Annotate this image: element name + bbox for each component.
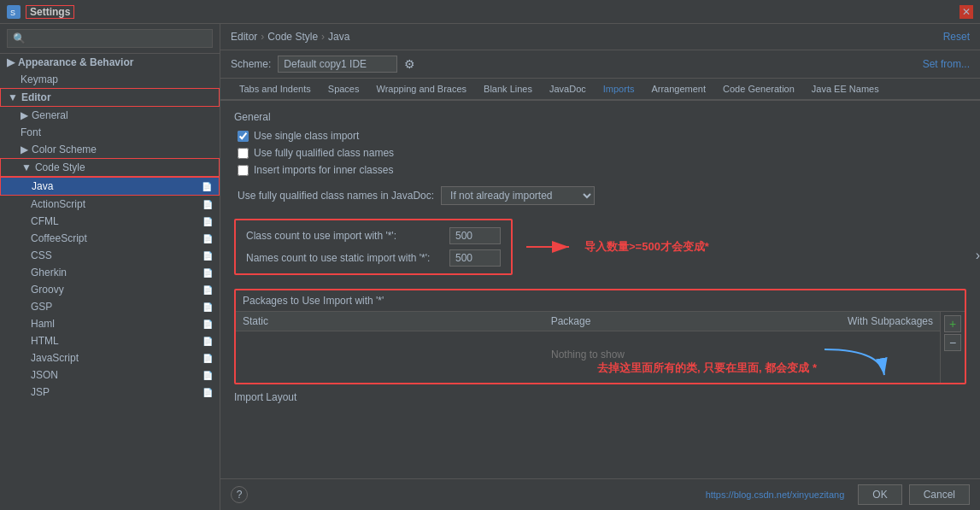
count-class-input[interactable] [449,227,501,244]
search-input[interactable] [7,29,213,48]
file-icon: 📄 [202,302,213,312]
checkbox-single-class-input[interactable] [238,131,249,142]
checkbox-inner-classes-label[interactable]: Insert imports for inner classes [254,164,393,176]
tab-imports[interactable]: Imports [595,79,643,101]
sidebar-item-cfml[interactable]: CFML 📄 [0,213,220,230]
packages-box: Packages to Use Import with '*' Static P… [234,289,966,384]
checkbox-fully-qualified-label[interactable]: Use fully qualified class names [254,147,394,159]
sidebar-item-label: CoffeeScript [31,232,87,244]
window-title: Settings [26,5,74,19]
sidebar-item-label: Appearance & Behavior [18,56,133,68]
sidebar-item-actionscript[interactable]: ActionScript 📄 [0,196,220,213]
file-icon: 📄 [202,251,213,261]
close-button[interactable]: ✕ [959,5,973,19]
tab-javadoc[interactable]: JavaDoc [541,79,595,101]
sidebar-item-keymap[interactable]: Keymap [0,71,220,88]
editor-pane: Editor › Code Style › Java Reset Scheme:… [220,24,980,510]
sidebar-item-gherkin[interactable]: Gherkin 📄 [0,264,220,281]
annotation-text: 导入数量>=500才会变成* [584,239,709,255]
main-container: ▶ Appearance & Behavior Keymap ▼ Editor … [0,24,980,510]
sidebar-item-label: GSP [31,301,52,313]
sidebar-item-java[interactable]: Java 📄 [0,177,220,196]
reset-button[interactable]: Reset [943,31,970,43]
packages-actions: + − [940,312,965,383]
col-package: Package [304,315,837,327]
file-icon: 📄 [202,388,213,397]
qualified-select[interactable]: If not already imported Always Never [441,186,595,205]
set-from-button[interactable]: Set from... [923,58,970,70]
packages-header: Packages to Use Import with '*' [236,290,965,312]
sidebar-item-label: Gherkin [31,267,67,278]
sidebar-item-css[interactable]: CSS 📄 [0,247,220,264]
cn-annotation-area: 去掉这里面所有的类, 只要在里面, 都会变成 * [597,345,889,379]
sidebar-item-label: Keymap [21,73,58,85]
sidebar-item-label: ActionScript [31,198,85,210]
tab-blank-lines[interactable]: Blank Lines [475,79,541,101]
sidebar-item-json[interactable]: JSON 📄 [0,366,220,384]
sidebar-item-label: General [32,109,68,121]
checkbox-fully-qualified: Use fully qualified class names [234,147,966,159]
expand-icon: ▶ [7,56,15,68]
sidebar-item-editor[interactable]: ▼ Editor [0,88,220,107]
qualified-row: Use fully qualified class names in JavaD… [238,186,966,205]
breadcrumb-editor: Editor [231,31,257,43]
sidebar-item-label: CFML [31,215,59,227]
title-bar: S Settings ✕ [0,0,980,24]
expand-icon: ▼ [8,91,18,103]
ok-cancel-buttons: OK Cancel [858,484,970,505]
packages-remove-button[interactable]: − [944,334,961,351]
url-label: https://blog.csdn.net/xinyuezitang [706,489,845,500]
sidebar-item-code-style[interactable]: ▼ Code Style [0,158,220,177]
count-annotation-row: Class count to use import with '*': Name… [234,212,966,282]
count-row-static: Names count to use static import with '*… [246,249,501,267]
sidebar-item-html[interactable]: HTML 📄 [0,332,220,349]
checkbox-inner-classes-input[interactable] [238,165,249,176]
help-button[interactable]: ? [231,486,248,503]
file-icon: 📄 [202,354,213,363]
sidebar-item-color-scheme[interactable]: ▶ Color Scheme [0,141,220,158]
count-static-label: Names count to use static import with '*… [246,252,443,264]
checkbox-single-class-label[interactable]: Use single class import [254,130,359,142]
sidebar-item-label: Code Style [35,161,85,173]
packages-add-button[interactable]: + [944,315,961,332]
tab-java-ee-names[interactable]: Java EE Names [803,79,888,101]
arrow-annotation-svg [526,234,578,260]
svg-text:S: S [10,9,15,17]
checkbox-fully-qualified-input[interactable] [238,148,249,159]
count-static-input[interactable] [449,249,501,267]
breadcrumb-sep2: › [321,31,325,43]
ok-button[interactable]: OK [858,484,901,505]
sidebar-item-javascript[interactable]: JavaScript 📄 [0,349,220,366]
count-class-label: Class count to use import with '*': [246,230,443,242]
import-layout-label: Import Layout [234,391,966,403]
count-box: Class count to use import with '*': Name… [234,219,513,275]
sidebar-item-appearance-behavior[interactable]: ▶ Appearance & Behavior [0,54,220,71]
tabs-bar: Tabs and Indents Spaces Wrapping and Bra… [220,79,980,101]
packages-empty-area: Nothing to show 去掉这里面所有的类, 只要在里面, 都会变成 * [236,331,940,383]
cancel-button[interactable]: Cancel [909,484,970,505]
sidebar-item-font[interactable]: Font [0,124,220,141]
sidebar-item-general[interactable]: ▶ General [0,107,220,124]
app-icon: S [7,5,21,19]
sidebar-item-label: HTML [31,335,59,347]
sidebar-item-gsp[interactable]: GSP 📄 [0,298,220,315]
tab-tabs-indents[interactable]: Tabs and Indents [231,79,320,101]
sidebar-item-label: Font [21,126,41,138]
checkbox-single-class: Use single class import [234,130,966,142]
scheme-gear-icon[interactable]: ⚙ [404,57,415,71]
tab-spaces[interactable]: Spaces [320,79,368,101]
scheme-select[interactable]: Default copy1 IDE [278,56,397,73]
tab-arrangement[interactable]: Arrangement [643,79,714,101]
sidebar-item-label: JavaScript [31,352,79,364]
sidebar-item-jsp[interactable]: JSP 📄 [0,384,220,401]
sidebar-item-label: Java [32,180,53,192]
sidebar-item-haml[interactable]: Haml 📄 [0,315,220,332]
sidebar-item-label: Editor [21,91,51,103]
sidebar-item-groovy[interactable]: Groovy 📄 [0,281,220,298]
tab-wrapping-braces[interactable]: Wrapping and Braces [368,79,476,101]
general-section-title: General [234,111,966,123]
packages-table-container: Static Package With Subpackages Nothing … [236,312,965,383]
tab-code-generation[interactable]: Code Generation [714,79,803,101]
sidebar-item-coffeescript[interactable]: CoffeeScript 📄 [0,230,220,247]
sidebar-item-label: CSS [31,249,52,261]
